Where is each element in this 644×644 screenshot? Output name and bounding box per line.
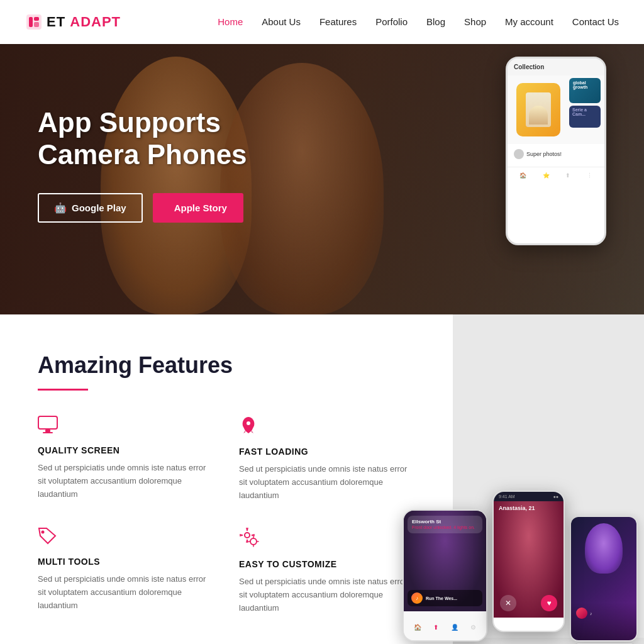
feature-name-1: QUALITY SCREEN [38,445,214,455]
phone-footer-text: Super photos! [508,144,604,164]
gear-icon [239,527,415,552]
title-underline [38,389,88,391]
feature-multi-tools: MULTI TOOLS Sed ut perspiciatis unde omn… [38,527,214,614]
hero-title: App Supports Camera Phones [38,107,247,170]
phone-footer-bar: 🏠 ⭐ ⬆ ⋮ [508,167,604,184]
nav-contact[interactable]: Contact Us [572,16,619,27]
phone-card-blue: global growth Serie a Cam... [569,78,601,128]
feature-desc-2: Sed ut perspiciatis unde omnis iste natu… [239,463,415,502]
nav-account[interactable]: My account [505,16,553,27]
nav-about[interactable]: About Us [262,16,301,27]
feature-desc-4: Sed ut perspiciatis unde omnis iste natu… [239,575,415,614]
feature-phones: Ellsworth St Front door unlocked. 4 ligh… [402,500,638,641]
svg-point-7 [247,421,250,425]
feature-name-3: MULTI TOOLS [38,557,214,567]
feature-phone-2: 9:41 AM ●● Anastasia, 21 ♥ ✕ [492,491,565,632]
nav-features[interactable]: Features [319,16,357,27]
svg-point-9 [245,533,250,538]
feature-phone-1: Ellsworth St Front door unlocked. 4 ligh… [402,509,487,641]
features-section: Amazing Features QUALITY SCREEN Sed ut p… [0,314,644,644]
feature-desc-1: Sed ut perspiciatis unde omnis iste natu… [38,462,214,501]
phone-tab-upload: ⬆ [565,172,570,179]
phone-header: Collection [508,58,604,75]
nav-blog[interactable]: Blog [426,16,445,27]
logo: ET ADAPT [25,13,121,31]
music-card: ♪ Run The Wes... [408,590,482,606]
hero-content: App Supports Camera Phones 🤖 Google Play… [38,107,247,223]
logo-icon [25,13,43,31]
tag-icon [38,527,214,549]
hero-buttons: 🤖 Google Play Apple Story [38,193,247,223]
svg-rect-4 [38,416,57,429]
android-icon: 🤖 [54,202,67,214]
features-grid: QUALITY SCREEN Sed ut perspiciatis unde … [38,416,415,615]
nav-shop[interactable]: Shop [464,16,486,27]
feature-desc-3: Sed ut perspiciatis unde omnis iste natu… [38,573,214,612]
phone-card-yellow [516,83,560,136]
google-play-button[interactable]: 🤖 Google Play [38,193,143,223]
nav-portfolio[interactable]: Porfolio [375,16,408,27]
features-title: Amazing Features [38,352,415,379]
logo-adapt: ADAPT [70,14,121,30]
feature-easy-customize: EASY TO CUSTOMIZE Sed ut perspiciatis un… [239,527,415,614]
phone-tab-more: ⋮ [587,172,592,179]
logo-et: ET [47,14,65,30]
svg-rect-2 [34,17,39,21]
svg-rect-0 [26,14,42,30]
nav-home[interactable]: Home [218,16,243,27]
location-card: Ellsworth St Front door unlocked. 4 ligh… [408,516,482,533]
svg-point-10 [250,538,257,545]
hero-phone-mockup: Collection global growth Serie a Cam... [506,57,606,245]
svg-rect-1 [29,17,33,27]
monitor-icon [38,416,214,438]
feature-phone-3: ♪ [570,516,638,641]
nav-menu: Home About Us Features Porfolio Blog Sho… [218,16,619,28]
features-content: Amazing Features QUALITY SCREEN Sed ut p… [0,314,453,644]
features-right-panel: Ellsworth St Front door unlocked. 4 ligh… [453,314,644,644]
feature-name-4: EASY TO CUSTOMIZE [239,559,415,569]
hero-section: App Supports Camera Phones 🤖 Google Play… [0,44,644,314]
svg-rect-5 [45,430,50,432]
svg-rect-6 [43,432,53,433]
feature-fast-loading: FAST LOADING Sed ut perspiciatis unde om… [239,416,415,502]
svg-rect-3 [34,22,39,27]
phone-tab-home: 🏠 [519,172,526,179]
navbar: ET ADAPT Home About Us Features Porfolio… [0,0,644,44]
feature-quality-screen: QUALITY SCREEN Sed ut perspiciatis unde … [38,416,214,502]
feature-name-2: FAST LOADING [239,447,415,457]
rocket-icon [239,416,415,439]
apple-story-button[interactable]: Apple Story [153,193,243,223]
svg-point-8 [42,531,45,534]
phone-tab-star: ⭐ [543,172,550,179]
